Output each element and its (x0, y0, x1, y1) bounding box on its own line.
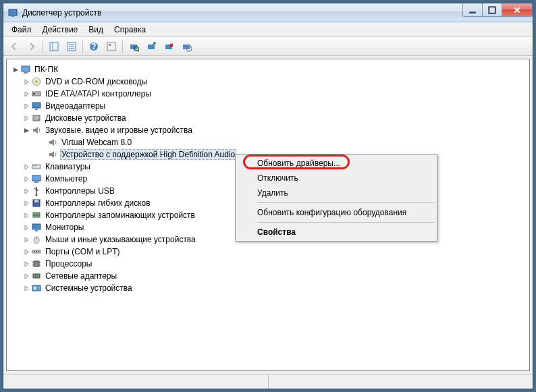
computer-icon (20, 64, 31, 75)
close-button[interactable] (502, 3, 533, 17)
cm-properties[interactable]: Свойства (237, 225, 435, 240)
category-label: Сетевые адаптеры (44, 271, 118, 281)
forward-button (24, 38, 40, 55)
cpu-icon (31, 258, 42, 269)
svg-rect-2 (469, 11, 476, 13)
category-label: Порты (COM и LPT) (44, 247, 122, 256)
svg-point-46 (34, 251, 35, 252)
app-icon (7, 7, 18, 18)
svg-line-16 (138, 50, 139, 51)
cm-update-drivers[interactable]: Обновить драйверы... (237, 156, 435, 171)
svg-rect-17 (148, 45, 155, 49)
svg-rect-49 (34, 261, 39, 267)
toolbar-separator (122, 40, 123, 53)
svg-rect-39 (33, 213, 40, 215)
expander-icon[interactable] (22, 247, 31, 256)
toolbar-separator (82, 40, 83, 53)
sound-icon (47, 137, 58, 148)
root-node[interactable]: ПК-ПК (11, 63, 525, 76)
svg-rect-55 (34, 275, 38, 277)
cm-delete[interactable]: Удалить (237, 186, 435, 200)
svg-rect-13 (109, 44, 111, 46)
cm-separator (257, 202, 434, 203)
minimize-button[interactable] (462, 3, 483, 17)
update-driver-toolbar-button[interactable] (143, 38, 159, 55)
expander-icon[interactable] (22, 211, 31, 220)
svg-rect-32 (33, 165, 34, 166)
expander-icon[interactable] (22, 186, 31, 196)
expander-icon[interactable] (22, 235, 31, 244)
display-icon (31, 101, 42, 111)
expander-icon[interactable] (22, 125, 31, 135)
svg-rect-56 (32, 285, 41, 291)
category-label: Клавиатуры (44, 162, 92, 171)
svg-rect-42 (35, 230, 38, 231)
svg-point-48 (38, 251, 39, 252)
floppy-icon (31, 198, 42, 208)
svg-rect-41 (32, 224, 41, 229)
sound-icon (47, 149, 58, 160)
category-node[interactable]: Звуковые, видео и игровые устройства (11, 124, 525, 136)
cm-separator (257, 222, 434, 223)
storage-icon (31, 210, 42, 221)
menu-view[interactable]: Вид (83, 24, 109, 36)
expander-icon[interactable] (22, 223, 31, 232)
disk-icon (31, 113, 42, 123)
expander-spacer (38, 138, 47, 147)
expander-icon[interactable] (22, 198, 31, 208)
expander-icon[interactable] (22, 283, 31, 293)
system-icon (31, 283, 42, 293)
category-node[interactable]: Системные устройства (11, 282, 525, 294)
scan-hardware-button[interactable] (126, 38, 142, 55)
maximize-button[interactable] (482, 3, 502, 17)
expander-icon[interactable] (22, 113, 31, 123)
svg-rect-28 (35, 109, 38, 110)
menubar: Файл Действие Вид Справка (3, 22, 533, 37)
expander-icon[interactable] (11, 65, 20, 74)
svg-rect-33 (35, 165, 36, 166)
expander-icon[interactable] (22, 174, 31, 184)
category-label: Мониторы (44, 223, 85, 232)
menu-help[interactable]: Справка (109, 24, 151, 36)
device-label: Virtual Webcam 8.0 (60, 138, 133, 147)
expander-icon[interactable] (22, 162, 31, 171)
menu-action[interactable]: Действие (37, 24, 84, 36)
expander-icon[interactable] (22, 259, 31, 269)
category-node[interactable]: IDE ATA/ATAPI контроллеры (11, 88, 525, 100)
category-node[interactable]: Процессоры (11, 258, 525, 270)
category-label: DVD и CD-ROM дисководы (44, 77, 149, 86)
category-node[interactable]: Видеоадаптеры (11, 100, 525, 112)
expander-icon[interactable] (22, 271, 31, 281)
uninstall-toolbar-button[interactable] (161, 38, 177, 55)
properties-toolbar-button[interactable] (63, 38, 80, 55)
category-node[interactable]: Порты (COM и LPT) (11, 246, 525, 258)
properties2-toolbar-button[interactable] (103, 38, 119, 55)
svg-rect-35 (34, 181, 38, 183)
toolbar: ? (3, 37, 533, 56)
category-label: Процессоры (44, 259, 94, 269)
category-label: Звуковые, видео и игровые устройства (44, 125, 194, 135)
titlebar[interactable]: Диспетчер устройств (3, 3, 533, 22)
category-node[interactable]: Сетевые адаптеры (11, 270, 525, 282)
category-label: Контроллеры гибких дисков (44, 198, 152, 208)
category-label: Контроллеры USB (44, 186, 116, 196)
device-tree[interactable]: ПК-ПК DVD и CD-ROM дисководыIDE ATA/ATAP… (6, 59, 530, 371)
svg-rect-38 (34, 200, 38, 202)
expander-icon[interactable] (22, 89, 31, 99)
svg-rect-40 (33, 215, 40, 217)
category-node[interactable]: Дисковые устройства (11, 112, 525, 124)
expander-icon[interactable] (22, 77, 31, 86)
category-label: IDE ATA/ATAPI контроллеры (44, 89, 153, 99)
usb-icon (31, 186, 42, 196)
cm-disable[interactable]: Отключить (237, 171, 435, 186)
disable-toolbar-button[interactable] (178, 38, 194, 55)
show-hide-tree-button[interactable] (46, 38, 62, 55)
category-node[interactable]: DVD и CD-ROM дисководы (11, 76, 525, 88)
menu-file[interactable]: Файл (6, 24, 37, 36)
svg-rect-4 (50, 43, 58, 51)
expander-icon[interactable] (22, 101, 31, 111)
cm-rescan[interactable]: Обновить конфигурацию оборудования (237, 205, 435, 220)
help-toolbar-button[interactable]: ? (86, 38, 102, 55)
svg-rect-12 (107, 43, 115, 51)
device-node[interactable]: Virtual Webcam 8.0 (11, 136, 525, 148)
